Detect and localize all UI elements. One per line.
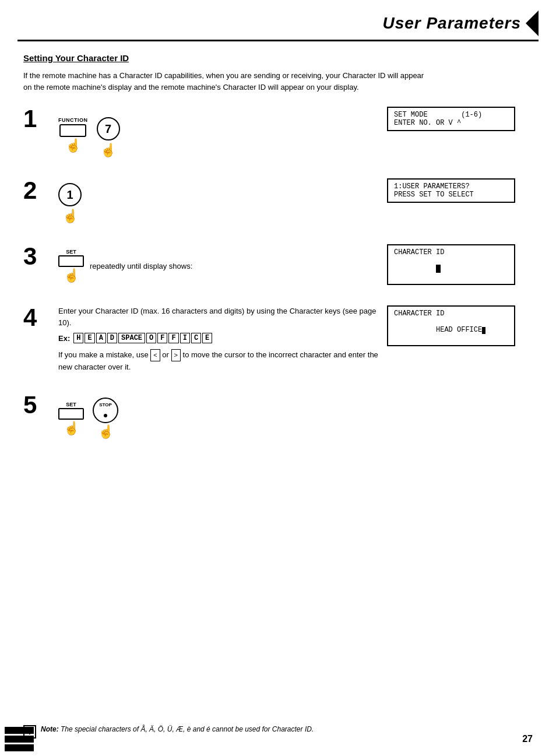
key-D[interactable]: D xyxy=(107,333,117,343)
lcd-display-1: SET MODE (1-6) ENTER NO. OR V ^ xyxy=(387,107,515,131)
step-2-number: 2 xyxy=(23,178,52,203)
lcd-line-4-1: CHARACTER ID xyxy=(394,310,508,318)
header-arrow-icon xyxy=(526,10,539,36)
lcd-line-3-1: CHARACTER ID xyxy=(394,248,508,256)
or-text: or xyxy=(162,350,169,359)
step-1-number: 1 xyxy=(23,107,52,131)
page-title: User Parameters xyxy=(382,14,521,33)
circle-7-label: 7 xyxy=(105,122,111,136)
key-7-button[interactable]: 7 ☝ xyxy=(97,117,120,158)
set-button-3[interactable]: SET ☝ xyxy=(58,249,84,283)
key-SPACE[interactable]: SPACE xyxy=(118,333,145,343)
step-3-left: 3 SET ☝ repeatedly until display shows: xyxy=(23,244,387,283)
step-4-content: Enter your Character ID (max. 16 charact… xyxy=(58,305,387,372)
intro-text: If the remote machine has a Character ID… xyxy=(23,70,431,93)
arrow-left-key[interactable]: < xyxy=(150,349,160,361)
step-2-left: 2 1 ☝ xyxy=(23,178,387,224)
lcd-display-4: CHARACTER ID HEAD OFFICE xyxy=(387,305,515,346)
step-5-buttons: SET ☝ STOP ☝ xyxy=(58,398,118,439)
key-F1[interactable]: F xyxy=(157,333,167,343)
circle-1[interactable]: 1 xyxy=(58,183,82,206)
step-4-header: 4 Enter your Character ID (max. 16 chara… xyxy=(23,305,387,372)
lcd-cursor xyxy=(436,265,441,273)
step-3-middle: SET ☝ repeatedly until display shows: xyxy=(58,244,192,283)
circle-1-label: 1 xyxy=(66,188,73,202)
lcd-line-2-1: 1:USER PARAMETERS? xyxy=(394,182,508,191)
set-label-3: SET xyxy=(66,249,76,255)
page-number: 27 xyxy=(522,734,533,744)
set-btn-body-5[interactable] xyxy=(58,408,84,420)
step-3-display: CHARACTER ID xyxy=(387,244,515,285)
step-2: 2 1 ☝ 1:USER PARAMETERS? PRESS SET TO SE… xyxy=(23,178,515,224)
lcd-line-4-2: HEAD OFFICE xyxy=(394,318,508,342)
finger-icon-5: ☝ xyxy=(64,421,79,436)
set-label-5: SET xyxy=(66,402,76,407)
function-label: FUNCTION xyxy=(58,117,88,123)
stop-dot xyxy=(104,414,107,417)
set-btn-body-3[interactable] xyxy=(58,255,84,267)
step-5-number: 5 xyxy=(23,393,52,417)
key-F2[interactable]: F xyxy=(168,333,178,343)
step-4-mistake-text: If you make a mistake, use < or > to mov… xyxy=(58,349,387,372)
step-1-icons: FUNCTION ☝ 7 ☝ xyxy=(58,112,120,158)
key-E[interactable]: E xyxy=(85,333,94,343)
ex-label: Ex: xyxy=(58,334,70,343)
stop-button[interactable]: STOP ☝ xyxy=(93,398,118,439)
key-I[interactable]: I xyxy=(180,333,190,343)
section-title: Setting Your Character ID xyxy=(23,53,515,63)
finger-icon-4: ☝ xyxy=(64,268,79,283)
black-block-1 xyxy=(5,727,34,734)
lcd-line-2-2: PRESS SET TO SELECT xyxy=(394,191,508,199)
lcd-cursor-2 xyxy=(482,327,485,334)
note-label: Note: xyxy=(41,725,61,733)
key-E2[interactable]: E xyxy=(202,333,212,343)
finger-icon-2: ☝ xyxy=(100,143,116,158)
finger-icon-3: ☝ xyxy=(62,209,78,224)
step-4-display: CHARACTER ID HEAD OFFICE xyxy=(387,305,515,346)
note-section: ! Note: The special characters of Å, Ä, … xyxy=(23,725,533,739)
step-5: 5 SET ☝ STOP ☝ xyxy=(23,393,515,439)
step-4-left: 4 Enter your Character ID (max. 16 chara… xyxy=(23,305,387,372)
arrow-right-key[interactable]: > xyxy=(171,349,181,361)
key-1-button[interactable]: 1 ☝ xyxy=(58,183,82,224)
note-text: Note: The special characters of Å, Ä, Ö,… xyxy=(41,725,314,733)
step-3: 3 SET ☝ repeatedly until display shows: … xyxy=(23,244,515,285)
lcd-line-3-2 xyxy=(394,256,508,281)
step-1-display: SET MODE (1-6) ENTER NO. OR V ^ xyxy=(387,107,515,131)
stop-label: STOP xyxy=(99,402,112,407)
set-button-5[interactable]: SET ☝ xyxy=(58,402,84,436)
lcd-line-1-2: ENTER NO. OR V ^ xyxy=(394,119,508,127)
key-C[interactable]: C xyxy=(191,333,201,343)
step-4-text1: Enter your Character ID (max. 16 charact… xyxy=(58,305,387,328)
step-3-number: 3 xyxy=(23,244,52,269)
key-A[interactable]: A xyxy=(96,333,106,343)
bottom-blocks xyxy=(0,727,34,756)
lcd-display-2: 1:USER PARAMETERS? PRESS SET TO SELECT xyxy=(387,178,515,203)
finger-icon-6: ☝ xyxy=(98,424,114,439)
ex-line: Ex: H E A D SPACE O F F I C E xyxy=(58,333,387,343)
step-4: 4 Enter your Character ID (max. 16 chara… xyxy=(23,305,515,372)
page-header: User Parameters xyxy=(17,0,539,41)
key-O[interactable]: O xyxy=(146,333,156,343)
step-3-text: repeatedly until display shows: xyxy=(90,262,192,270)
lcd-display-3: CHARACTER ID xyxy=(387,244,515,285)
circle-7[interactable]: 7 xyxy=(97,117,120,140)
step-2-display: 1:USER PARAMETERS? PRESS SET TO SELECT xyxy=(387,178,515,203)
step-1-left: 1 FUNCTION ☝ 7 ☝ xyxy=(23,107,387,158)
note-content: The special characters of Å, Ä, Ö, Ü, Æ,… xyxy=(61,725,314,733)
step-5-left: 5 SET ☝ STOP ☝ xyxy=(23,393,387,439)
stop-btn-body[interactable]: STOP xyxy=(93,398,118,423)
step-1: 1 FUNCTION ☝ 7 ☝ SET MODE xyxy=(23,107,515,158)
lcd-line-1-1: SET MODE (1-6) xyxy=(394,111,508,119)
mistake-text-before: If you make a mistake, use xyxy=(58,350,149,359)
black-block-2 xyxy=(5,736,34,743)
main-content: Setting Your Character ID If the remote … xyxy=(0,41,556,472)
black-block-3 xyxy=(5,744,34,751)
finger-icon: ☝ xyxy=(65,138,81,153)
step-4-number: 4 xyxy=(23,305,52,330)
function-btn-body[interactable] xyxy=(59,124,86,137)
key-H[interactable]: H xyxy=(73,333,83,343)
function-button[interactable]: FUNCTION ☝ xyxy=(58,117,88,153)
